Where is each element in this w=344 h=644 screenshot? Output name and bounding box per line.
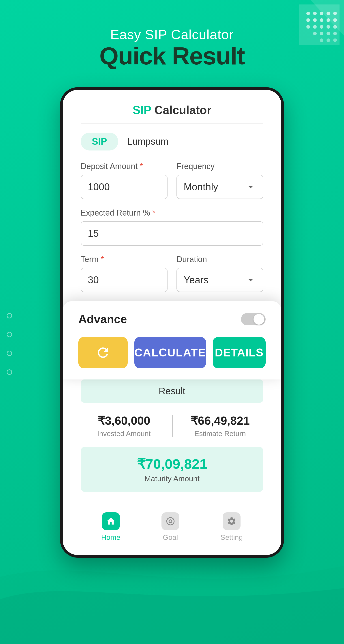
duration-select[interactable]: Years Months: [177, 268, 263, 292]
duration-group: Duration Years Months: [177, 255, 263, 292]
header-subtitle: Easy SIP Calculator: [99, 27, 245, 42]
invested-amount-item: ₹3,60,000 Invested Amount: [81, 414, 167, 438]
nav-home-label: Home: [101, 533, 120, 542]
expected-return-input[interactable]: [81, 221, 263, 246]
details-button[interactable]: DETAILS: [213, 337, 266, 368]
maturity-label: Maturity Amount: [144, 474, 200, 483]
advance-panel: Advance CALCULATE DETAILS: [63, 301, 281, 380]
bottom-nav: Home Goal Setting: [63, 503, 281, 555]
estimate-return-value: ₹66,49,821: [177, 414, 264, 427]
svg-point-6: [306, 18, 310, 22]
left-decorations: [7, 313, 12, 375]
calculate-button[interactable]: CALCULATE: [134, 337, 206, 368]
term-group: Term *: [81, 255, 167, 292]
toggle-knob: [254, 314, 264, 325]
advance-header: Advance: [78, 312, 266, 326]
calc-title: SIP Calculator: [81, 103, 263, 124]
result-divider: [172, 415, 173, 437]
svg-point-7: [313, 18, 317, 22]
frequency-select[interactable]: Monthly Quarterly Yearly: [177, 175, 263, 199]
svg-marker-23: [310, 0, 344, 36]
result-header: Result: [81, 380, 263, 403]
svg-point-21: [326, 38, 330, 42]
estimate-return-item: ₹66,49,821 Estimate Return: [177, 414, 264, 438]
goal-icon: [165, 516, 175, 526]
home-icon: [106, 516, 116, 526]
advance-label: Advance: [78, 312, 127, 326]
header-title: Quick Result: [99, 42, 245, 69]
svg-point-10: [333, 18, 337, 22]
svg-point-3: [320, 12, 323, 15]
svg-marker-0: [299, 4, 339, 45]
setting-icon: [227, 516, 237, 526]
calc-title-sip: SIP: [133, 104, 151, 116]
result-row: ₹3,60,000 Invested Amount ₹66,49,821 Est…: [81, 414, 263, 438]
nav-item-setting[interactable]: Setting: [221, 512, 243, 542]
svg-point-20: [320, 38, 323, 42]
svg-point-17: [320, 32, 323, 35]
reset-button[interactable]: [78, 337, 128, 368]
svg-point-22: [333, 38, 337, 42]
svg-point-8: [320, 18, 323, 22]
calculator-form: SIP Calculator SIP Lumpsum Deposit Amoun…: [63, 90, 281, 292]
action-buttons: CALCULATE DETAILS: [78, 337, 266, 368]
svg-point-18: [326, 32, 330, 35]
tab-lumpsum[interactable]: Lumpsum: [127, 136, 168, 147]
form-row-term: Term * Duration Years Months: [81, 255, 263, 292]
svg-point-13: [320, 25, 323, 28]
estimate-return-label: Estimate Return: [194, 430, 246, 438]
setting-icon-bg: [223, 512, 241, 530]
advance-toggle[interactable]: [241, 313, 266, 325]
svg-point-19: [333, 32, 337, 35]
tab-bar: SIP Lumpsum: [81, 132, 263, 150]
frequency-label: Frequency: [177, 162, 263, 171]
invested-amount-value: ₹3,60,000: [81, 414, 167, 427]
deposit-label: Deposit Amount *: [81, 162, 167, 171]
form-row-return: Expected Return % *: [81, 208, 263, 246]
deposit-amount-group: Deposit Amount *: [81, 162, 167, 199]
expected-return-group: Expected Return % *: [81, 208, 263, 246]
invested-amount-label: Invested Amount: [97, 430, 150, 438]
calc-title-rest: Calculator: [154, 104, 211, 116]
svg-point-14: [326, 25, 330, 28]
svg-point-5: [333, 12, 337, 15]
result-section: Result ₹3,60,000 Invested Amount ₹66,49,…: [63, 380, 281, 503]
form-row-deposit: Deposit Amount * Frequency Monthly Quart…: [81, 162, 263, 199]
maturity-result: ₹70,09,821 Maturity Amount: [81, 447, 263, 492]
phone-mockup: SIP Calculator SIP Lumpsum Deposit Amoun…: [60, 87, 284, 558]
goal-icon-bg: [161, 512, 180, 530]
tab-sip[interactable]: SIP: [81, 132, 118, 150]
svg-point-16: [313, 32, 317, 35]
nav-item-goal[interactable]: Goal: [161, 512, 180, 542]
nav-setting-label: Setting: [221, 533, 243, 542]
duration-label: Duration: [177, 255, 263, 264]
svg-point-4: [326, 12, 330, 15]
frequency-group: Frequency Monthly Quarterly Yearly: [177, 162, 263, 199]
svg-point-1: [306, 12, 310, 15]
maturity-value: ₹70,09,821: [90, 456, 254, 472]
svg-point-11: [306, 25, 310, 28]
header: Easy SIP Calculator Quick Result: [99, 27, 245, 69]
deposit-amount-input[interactable]: [81, 175, 167, 199]
term-input[interactable]: [81, 268, 167, 292]
reset-icon: [95, 345, 111, 360]
svg-point-15: [333, 25, 337, 28]
term-label: Term *: [81, 255, 167, 264]
nav-goal-label: Goal: [163, 533, 178, 542]
svg-point-12: [313, 25, 317, 28]
expected-return-label: Expected Return % *: [81, 208, 263, 218]
svg-point-2: [313, 12, 317, 15]
svg-point-9: [326, 18, 330, 22]
home-icon-bg: [102, 512, 120, 530]
nav-item-home[interactable]: Home: [101, 512, 120, 542]
